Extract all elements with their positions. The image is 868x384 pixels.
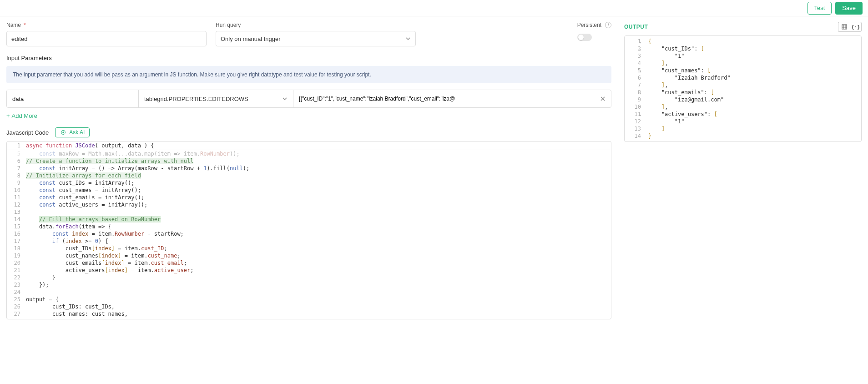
line-number: 9 (625, 96, 643, 103)
line-number: 27 (7, 310, 23, 318)
code-line: 14 // Fill the arrays based on RowNumber (7, 216, 611, 223)
line-number: 15 (7, 223, 23, 230)
output-line: 13 ] (625, 125, 861, 132)
ask-ai-label: Ask AI (69, 129, 85, 136)
output-box[interactable]: 1▾{2▾ "cust_IDs": [3 "1"4 ],5▾ "cust_nam… (624, 35, 862, 142)
persistent-label: Persistent (577, 22, 601, 28)
line-number: 3 (625, 52, 643, 60)
run-query-select[interactable]: Only on manual trigger (216, 31, 416, 46)
svg-rect-2 (842, 25, 847, 29)
line-number: 24 (7, 288, 23, 296)
line-number: 10 (625, 103, 643, 111)
line-number: 13 (7, 208, 23, 216)
save-button[interactable]: Save (835, 2, 863, 15)
output-tools: {·} (838, 22, 862, 32)
output-header: OUTPUT {·} (624, 22, 862, 32)
param-type-value: tablegrid.PROPERTIES.EDITEDROWS (144, 96, 248, 102)
line-number: 18 (7, 245, 23, 252)
left-panel: Name * Run query Only on manual trigger … (0, 16, 618, 384)
close-icon (600, 96, 606, 101)
line-number: 8 (7, 172, 23, 179)
output-line: 8▾ "cust_emails": [ (625, 89, 861, 96)
output-line: 11▾ "active_users": [ (625, 111, 861, 118)
output-line: 14} (625, 132, 861, 140)
output-line: 1▾{ (625, 38, 861, 45)
output-line: 4 ], (625, 60, 861, 67)
line-number: 7 (7, 165, 23, 172)
code-line: 27 cust names: cust names, (7, 310, 611, 318)
line-number: 9 (7, 179, 23, 187)
code-line: 21 active_users[index] = item.active_use… (7, 267, 611, 274)
line-number: 10 (7, 187, 23, 194)
name-label-text: Name (6, 22, 21, 28)
page-root: Test Save Name * Run query Only on manua… (0, 0, 868, 384)
plus-icon: + (6, 112, 10, 119)
output-line: 10 ], (625, 103, 861, 111)
line-number: 14 (625, 132, 643, 140)
run-query-value: Only on manual trigger (221, 35, 281, 42)
param-type-select[interactable]: tablegrid.PROPERTIES.EDITEDROWS (139, 90, 293, 107)
code-line: 8// Initialize arrays for each field (7, 172, 611, 179)
output-line: 9 "iza@gmail.com" (625, 96, 861, 103)
output-table-view-button[interactable] (838, 22, 850, 32)
param-value-input[interactable] (293, 90, 595, 107)
code-line: 9 const cust_IDs = initArray(); (7, 179, 611, 187)
output-json-view-button[interactable]: {·} (850, 22, 862, 32)
line-number: 21 (7, 267, 23, 274)
code-body[interactable]: 5 const maxRow = Math.max(...data.map(it… (7, 150, 611, 319)
js-code-title: Javascript Code (6, 129, 49, 136)
output-line: 2▾ "cust_IDs": [ (625, 45, 861, 52)
line-number: 19 (7, 252, 23, 259)
js-code-header: Javascript Code Ask AI (6, 127, 611, 137)
add-more-button[interactable]: + Add More (6, 112, 37, 119)
persistent-toggle[interactable] (577, 34, 592, 41)
form-row: Name * Run query Only on manual trigger … (6, 22, 611, 46)
line-number: 25 (7, 296, 23, 303)
persistent-label-row: Persistent i (577, 22, 611, 28)
info-icon[interactable]: i (605, 22, 611, 28)
code-line: 13 (7, 208, 611, 216)
line-number: 16 (7, 230, 23, 237)
code-line: 24 (7, 288, 611, 296)
add-more-label: Add More (12, 112, 37, 119)
output-line: 3 "1" (625, 52, 861, 60)
line-number: 4 (625, 60, 643, 67)
param-row: tablegrid.PROPERTIES.EDITEDROWS (6, 90, 611, 108)
persistent-group: Persistent i (577, 22, 611, 46)
code-signature: 1 async function JSCode( output, data ) … (7, 141, 611, 150)
line-number: 28 (7, 318, 23, 319)
table-icon (842, 24, 847, 30)
param-remove-button[interactable] (595, 90, 611, 107)
code-editor[interactable]: 1 async function JSCode( output, data ) … (6, 141, 611, 319)
line-number: 6 (7, 157, 23, 165)
line-number: 11 (7, 194, 23, 201)
code-line: 12 const active_users = initArray(); (7, 201, 611, 208)
line-number: 17 (7, 237, 23, 245)
code-line: 25output = { (7, 296, 611, 303)
code-line: 23 }); (7, 281, 611, 288)
name-field-group: Name * (6, 22, 207, 46)
ask-ai-button[interactable]: Ask AI (55, 127, 90, 137)
line-number: 12 (7, 201, 23, 208)
code-line: 16 const index = item.RowNumber - startR… (7, 230, 611, 237)
code-line: 11 const cust_emails = initArray(); (7, 194, 611, 201)
output-title: OUTPUT (624, 24, 648, 30)
braces-icon: {·} (851, 24, 860, 30)
run-query-label: Run query (216, 22, 416, 28)
code-line: 26 cust_IDs: cust_IDs, (7, 303, 611, 310)
line-number: 22 (7, 274, 23, 281)
code-line: 19 cust_names[index] = item.cust_name; (7, 252, 611, 259)
output-line: 5▾ "cust_names": [ (625, 67, 861, 74)
line-number: 7 (625, 81, 643, 89)
name-input[interactable] (6, 31, 207, 46)
line-number: 5 (7, 150, 23, 157)
test-button[interactable]: Test (807, 2, 832, 15)
code-line: 17 if (index >= 0) { (7, 237, 611, 245)
chevron-down-icon (405, 36, 411, 41)
topbar: Test Save (0, 0, 868, 16)
ai-icon (60, 129, 66, 136)
svg-point-1 (62, 131, 64, 133)
code-line: 7 const initArray = () => Array(maxRow -… (7, 165, 611, 172)
param-name-input[interactable] (7, 90, 139, 107)
output-line: 12 "1" (625, 118, 861, 125)
